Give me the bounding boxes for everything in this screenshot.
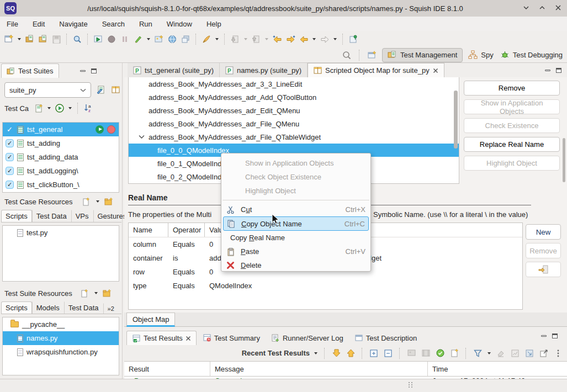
column-header-name[interactable]: Name: [129, 223, 168, 237]
minimize-panel-icon[interactable]: [80, 70, 86, 72]
view-menu-icon[interactable]: [553, 348, 564, 359]
record-icon[interactable]: [106, 34, 117, 45]
perspective-test-management[interactable]: Test Management: [382, 48, 463, 62]
back-history-caret[interactable]: [312, 38, 316, 40]
menu-file[interactable]: File: [7, 20, 18, 28]
object-map-bottom-tab[interactable]: Object Map: [126, 312, 175, 327]
back-new-icon[interactable]: [272, 34, 283, 45]
window-close-icon[interactable]: [555, 4, 561, 11]
folder-row-pycache[interactable]: __pycache__: [3, 317, 119, 331]
minimize-panel-icon[interactable]: [541, 335, 547, 337]
menu-run[interactable]: Run: [139, 20, 152, 28]
test-case-row-tst_addLogging[interactable]: tst_addLogging\: [3, 164, 119, 178]
menu-edit[interactable]: Edit: [33, 20, 45, 28]
tree-item[interactable]: address_Book_MyAddresses_adr_3_3_LineEdi…: [129, 77, 459, 91]
checkbox-checked-icon[interactable]: [6, 181, 14, 189]
sash-handle[interactable]: [409, 382, 413, 388]
tree-item[interactable]: address_Book_MyAddresses_adr_Add_QToolBu…: [129, 91, 459, 104]
tab-vps[interactable]: VPs: [71, 210, 93, 222]
suite-combobox[interactable]: suite_py: [4, 82, 91, 98]
test-case-row-tst_adding[interactable]: tst_adding: [3, 136, 119, 150]
new-snapshot-icon[interactable]: [153, 34, 165, 45]
test-case-row-tst_clickButton[interactable]: tst_clickButton_\: [3, 178, 119, 192]
new-resource-icon[interactable]: [81, 196, 92, 207]
window-minimize-icon[interactable]: [523, 4, 529, 11]
checkbox-checked-icon[interactable]: [6, 125, 14, 134]
checkbox-checked-icon[interactable]: [6, 139, 14, 147]
new-property-button[interactable]: New: [526, 224, 561, 240]
maximize-panel-icon[interactable]: [552, 333, 558, 338]
menu-window[interactable]: Window: [167, 20, 192, 28]
tab-scripts[interactable]: Scripts: [1, 301, 32, 314]
checkbox-checked-icon[interactable]: [6, 167, 14, 175]
move-property-button[interactable]: [526, 262, 561, 277]
filter-caret[interactable]: [487, 352, 491, 354]
file-row-names-py[interactable]: names.py: [3, 331, 119, 345]
new-resource-caret[interactable]: [96, 200, 99, 203]
tab-models[interactable]: Models: [32, 301, 64, 314]
remove-object-button[interactable]: Remove: [464, 81, 560, 96]
run-suite-caret[interactable]: [68, 107, 72, 109]
step-into-caret[interactable]: [244, 38, 247, 40]
recent-test-results-caret[interactable]: [314, 352, 317, 354]
menu-item-cut[interactable]: Cut Ctrl+X: [221, 203, 370, 216]
close-tab-icon[interactable]: [433, 68, 438, 73]
save-icon[interactable]: [51, 34, 62, 45]
forward-icon[interactable]: [319, 34, 330, 45]
menu-search[interactable]: Search: [102, 20, 125, 28]
file-row-test-py[interactable]: test.py: [3, 226, 119, 240]
back-icon[interactable]: [298, 34, 309, 45]
step-return-caret[interactable]: [265, 38, 268, 40]
spy-pick-icon[interactable]: [72, 34, 83, 45]
test-case-row-tst_adding_data[interactable]: tst_adding_data: [3, 150, 119, 164]
checkbox-checked-icon[interactable]: [6, 153, 14, 161]
new-folder-icon[interactable]: [104, 196, 115, 207]
column-header-operator[interactable]: Operator: [168, 223, 205, 237]
menu-help[interactable]: Help: [206, 20, 221, 28]
new-test-suite-icon[interactable]: [3, 34, 14, 45]
show-in-application-objects-button[interactable]: Show in Application Objects: [464, 99, 560, 114]
forward-new-icon[interactable]: [285, 34, 296, 45]
edit-pen-icon[interactable]: [133, 34, 144, 45]
check-existence-button[interactable]: Check Existence: [464, 118, 560, 133]
previous-failure-icon[interactable]: [345, 348, 356, 359]
perspective-spy[interactable]: Spy: [467, 49, 494, 61]
editor-tab-names-py[interactable]: P names.py (suite_py): [220, 63, 308, 77]
open-external-icon[interactable]: [538, 348, 549, 359]
column-header-message[interactable]: Message: [210, 362, 428, 376]
tab-overflow[interactable]: »2: [103, 303, 119, 314]
run-test-case-icon[interactable]: [96, 125, 104, 134]
tab-scripts[interactable]: Scripts: [1, 210, 32, 222]
chevron-down-icon[interactable]: [139, 135, 145, 139]
tree-item-expanded[interactable]: address_Book_MyAddresses_adr_File_QTable…: [129, 130, 459, 144]
test-case-row-tst_general[interactable]: tst_general: [3, 123, 119, 136]
open-perspective-icon[interactable]: [367, 50, 378, 61]
tab-test-description[interactable]: Test Description: [349, 331, 422, 345]
forward-history-caret[interactable]: [333, 38, 337, 40]
replace-real-name-button[interactable]: Replace Real Name: [464, 137, 560, 152]
step-return-file-icon[interactable]: [251, 34, 262, 45]
run-suite-icon[interactable]: [54, 103, 65, 114]
new-folder-icon[interactable]: [102, 288, 113, 299]
quill-dropdown-caret[interactable]: [215, 38, 219, 40]
editor-tab-tst-general[interactable]: P tst_general (suite_py): [128, 63, 220, 77]
tree-scrollbar[interactable]: [454, 91, 458, 149]
export-chart-icon[interactable]: [510, 348, 521, 359]
web-icon[interactable]: [167, 34, 178, 45]
remove-property-button[interactable]: Remove: [526, 243, 561, 258]
close-tab-icon[interactable]: [186, 336, 191, 341]
new-resource-caret[interactable]: [94, 292, 98, 294]
tab-test-data[interactable]: Test Data: [64, 301, 103, 314]
minimize-panel-icon[interactable]: [545, 70, 550, 71]
suite-settings-icon[interactable]: [96, 84, 107, 96]
test-suites-tab[interactable]: Test Suites: [1, 63, 59, 78]
import-results-icon[interactable]: [524, 348, 535, 359]
quill-icon[interactable]: [201, 34, 212, 45]
new-dropdown-caret[interactable]: [18, 38, 21, 40]
tree-item[interactable]: address_Book_MyAddresses_adr_File_QMenu: [129, 117, 459, 130]
menu-item-delete[interactable]: Delete: [221, 258, 370, 272]
screenshot-icon[interactable]: [406, 348, 417, 359]
tab-test-results[interactable]: Test Results: [126, 331, 197, 345]
tree-item[interactable]: address_Book_MyAddresses_adr_Edit_QMenu: [129, 104, 459, 117]
sort-az-icon[interactable]: az: [83, 103, 94, 114]
